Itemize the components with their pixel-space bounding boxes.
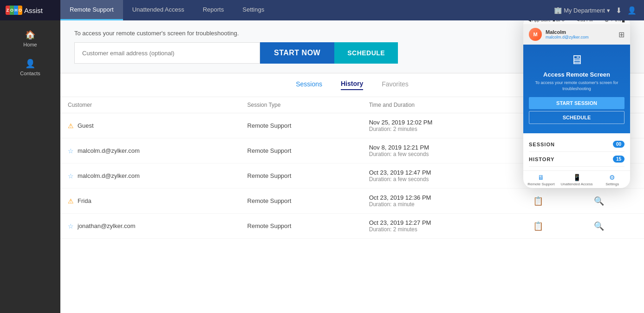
nav-item-reports[interactable]: Reports: [194, 0, 234, 20]
topbar: Z O H O Assist: [0, 0, 60, 20]
star-icon: ☆: [68, 222, 74, 230]
phone-footer-remote-label: Remote Support: [527, 182, 554, 186]
phone-status-time: 4:31 PM: [577, 20, 593, 22]
nav-right: 🏢 My Department ▾ ⬇ 👤: [554, 0, 644, 20]
zoho-logo: Z O H O Assist: [6, 6, 43, 15]
audit-icon[interactable]: 🔍: [594, 222, 604, 231]
session-type-cell: Remote Support: [240, 138, 362, 163]
phone-session-count: 00: [613, 141, 624, 148]
customer-cell: ⚠ Guest: [60, 113, 240, 138]
sidebar-item-contacts[interactable]: 👤 Contacts: [0, 53, 60, 82]
main-area: Remote Support Unattended Access Reports…: [60, 0, 644, 313]
nav-item-settings[interactable]: Settings: [233, 0, 273, 20]
phone-history-label: HISTORY: [529, 156, 554, 162]
start-now-button[interactable]: START NOW: [260, 42, 334, 64]
phone-list-section: SESSION 00 HISTORY 15: [523, 133, 630, 170]
phone-section-sub: To access your remote customer's screen …: [529, 80, 624, 91]
star-icon: ☆: [68, 172, 74, 180]
sidebar-item-home-label: Home: [23, 42, 37, 47]
zoho-letter-o1: O: [10, 6, 14, 15]
col-session-type: Session Type: [240, 97, 362, 113]
phone-footer: 🖥 Remote Support 📱 Unattended Access ⚙ S…: [523, 170, 630, 188]
phone-session-label: SESSION: [529, 142, 555, 147]
settings-icon: ⚙: [609, 174, 615, 181]
phone-mockup: ◀ App Store ▲ull ≎ 4:31 PM @ ✦ 8% ▊ M Ma…: [523, 20, 630, 188]
department-selector[interactable]: 🏢 My Department ▾: [554, 7, 610, 14]
zoho-letter-o2: O: [18, 6, 22, 15]
time-cell: Oct 23, 2019 12:36 PM Duration: a minute: [362, 189, 524, 214]
phone-grid-icon: ⊞: [618, 30, 624, 39]
phone-user-name: Malcolm: [546, 29, 615, 35]
customer-name: malcolm.d@zylker.com: [78, 147, 140, 154]
customer-cell: ☆ malcolm.d@zylker.com: [60, 138, 240, 163]
warning-icon: ⚠: [68, 122, 74, 130]
phone-session-item: SESSION 00: [529, 137, 624, 152]
sidebar: Z O H O Assist 🏠 Home 👤 Contacts: [0, 0, 60, 313]
sidebar-item-home[interactable]: 🏠 Home: [0, 24, 60, 53]
phone-footer-settings[interactable]: ⚙ Settings: [594, 174, 630, 186]
sidebar-item-contacts-label: Contacts: [20, 71, 40, 76]
phone-status-bar: ◀ App Store ▲ull ≎ 4:31 PM @ ✦ 8% ▊: [523, 20, 630, 24]
time-cell: Nov 8, 2019 12:21 PM Duration: a few sec…: [362, 138, 524, 163]
nav-item-unattended-access[interactable]: Unattended Access: [123, 0, 194, 20]
customer-name: Guest: [78, 122, 94, 129]
star-icon: ☆: [68, 147, 74, 155]
notes-cell: 📋: [524, 189, 585, 214]
notes-icon[interactable]: 📋: [533, 222, 543, 231]
remote-support-icon: 🖥: [538, 174, 544, 181]
audit-cell: 🔍: [585, 189, 644, 214]
email-input[interactable]: [74, 42, 260, 64]
content-area: To access your remote customer's screen …: [60, 20, 644, 313]
zoho-letter-h: H: [14, 6, 18, 15]
customer-name: malcolm.d@zylker.com: [78, 172, 140, 179]
customer-name: jonathan@zylker.com: [78, 222, 135, 229]
session-type-cell: Remote Support: [240, 163, 362, 189]
zoho-letter-z: Z: [6, 6, 10, 15]
time-cell: Nov 25, 2019 12:02 PM Duration: 2 minute…: [362, 113, 524, 138]
top-nav: Remote Support Unattended Access Reports…: [60, 0, 644, 20]
col-time-duration: Time and Duration: [362, 97, 524, 113]
phone-start-session-button[interactable]: START SESSION: [529, 97, 624, 109]
session-type-cell: Remote Support: [240, 189, 362, 214]
phone-footer-unattended-label: Unattended Access: [561, 182, 593, 186]
assist-logo-text: Assist: [24, 7, 43, 14]
user-profile-icon[interactable]: 👤: [627, 6, 637, 15]
audit-cell: 🔍: [585, 214, 644, 239]
customer-name: Frida: [78, 197, 91, 204]
notes-cell: 📋: [524, 214, 585, 239]
customer-cell: ⚠ Frida: [60, 189, 240, 214]
audit-icon[interactable]: 🔍: [594, 196, 604, 206]
unattended-access-icon: 📱: [573, 174, 581, 181]
download-icon[interactable]: ⬇: [616, 6, 622, 15]
table-row: ☆ jonathan@zylker.com Remote Support Oct…: [60, 214, 644, 239]
sidebar-nav: 🏠 Home 👤 Contacts: [0, 20, 60, 82]
phone-section-title: Access Remote Screen: [529, 71, 624, 78]
schedule-button[interactable]: SCHEDULE: [334, 42, 398, 64]
tab-history[interactable]: History: [341, 80, 363, 90]
customer-cell: ☆ jonathan@zylker.com: [60, 214, 240, 239]
time-cell: Oct 23, 2019 12:27 PM Duration: 2 minute…: [362, 214, 524, 239]
time-cell: Oct 23, 2019 12:47 PM Duration: a few se…: [362, 163, 524, 189]
zoho-logo-box: Z O H O: [6, 6, 22, 15]
phone-history-count: 15: [613, 156, 624, 163]
tab-favorites[interactable]: Favorites: [382, 80, 409, 90]
customer-cell: ☆ malcolm.d@zylker.com: [60, 163, 240, 189]
session-type-cell: Remote Support: [240, 113, 362, 138]
nav-item-remote-support[interactable]: Remote Support: [60, 0, 123, 20]
phone-status-right: @ ✦ 8% ▊: [605, 20, 625, 22]
phone-user-email: malcolm.d@zylker.com: [546, 35, 615, 39]
warning-icon: ⚠: [68, 197, 74, 205]
phone-screen-icon: 🖥: [529, 52, 624, 67]
phone-avatar: M: [529, 28, 542, 41]
session-type-cell: Remote Support: [240, 214, 362, 239]
phone-footer-settings-label: Settings: [605, 182, 619, 186]
phone-header: M Malcolm malcolm.d@zylker.com ⊞: [523, 24, 630, 45]
phone-footer-unattended[interactable]: 📱 Unattended Access: [559, 174, 595, 186]
tab-sessions[interactable]: Sessions: [296, 80, 322, 90]
col-customer: Customer: [60, 97, 240, 113]
notes-icon[interactable]: 📋: [533, 196, 543, 206]
phone-footer-remote[interactable]: 🖥 Remote Support: [523, 174, 559, 186]
phone-schedule-button[interactable]: SCHEDULE: [529, 111, 624, 124]
table-row: ⚠ Frida Remote Support Oct 23, 2019 12:3…: [60, 189, 644, 214]
phone-user-info: Malcolm malcolm.d@zylker.com: [546, 29, 615, 39]
